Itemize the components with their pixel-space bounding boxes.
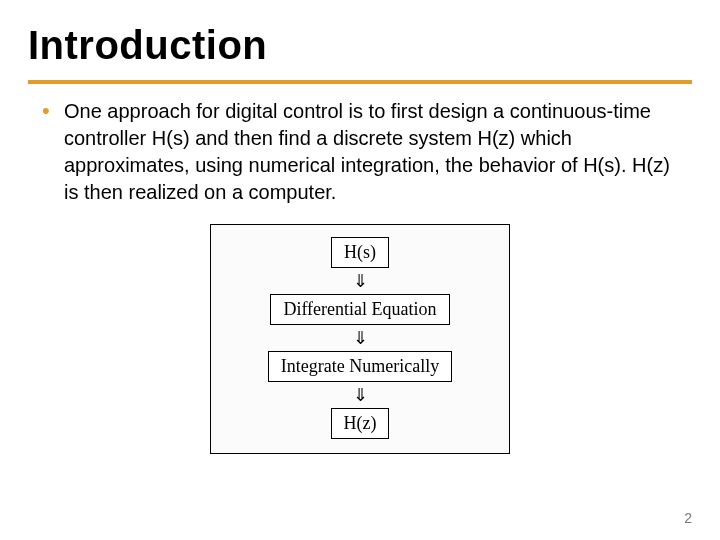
- diagram-step: Differential Equation: [270, 294, 449, 325]
- down-arrow-icon: ⇓: [229, 386, 491, 404]
- flow-diagram: H(s) ⇓ Differential Equation ⇓ Integrate…: [210, 224, 510, 454]
- diagram-step: Integrate Numerically: [268, 351, 452, 382]
- diagram-step: H(s): [331, 237, 389, 268]
- title-underline: [28, 80, 692, 84]
- bullet-list: One approach for digital control is to f…: [28, 98, 692, 206]
- page-title: Introduction: [28, 24, 692, 66]
- slide: Introduction One approach for digital co…: [0, 0, 720, 540]
- list-item: One approach for digital control is to f…: [64, 98, 682, 206]
- down-arrow-icon: ⇓: [229, 272, 491, 290]
- page-number: 2: [684, 510, 692, 526]
- down-arrow-icon: ⇓: [229, 329, 491, 347]
- diagram-step: H(z): [331, 408, 390, 439]
